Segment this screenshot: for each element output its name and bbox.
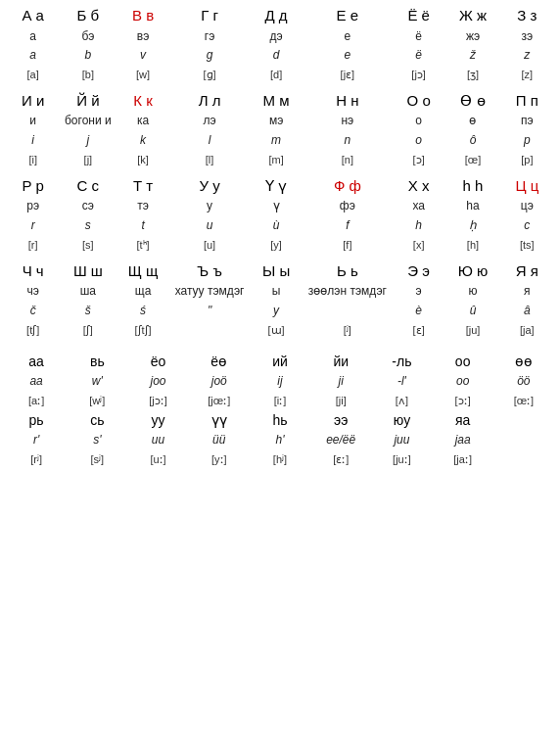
combo-ipa-cell	[493, 450, 554, 468]
combo-ipa-cell: [aː]	[6, 392, 67, 409]
letter-latin-cell: p	[500, 131, 554, 151]
letter-ipa-cell: [jɔ]	[392, 66, 445, 83]
letter-name-cell: зэ	[500, 27, 554, 47]
letter-ipa-cell: [y]	[249, 236, 303, 254]
letter-name-cell: богони и	[60, 112, 116, 131]
letter-latin-cell: a	[6, 46, 60, 66]
letter-cell: Р р	[6, 168, 60, 198]
combo-cell: hь	[250, 409, 310, 431]
letter-name-cell: э	[392, 282, 445, 302]
letter-latin-cell: t	[116, 216, 169, 236]
letter-name-cell: я	[500, 282, 554, 302]
letter-latin-cell: b	[60, 46, 116, 66]
combo-ipa-cell: [juː]	[371, 450, 432, 468]
letter-ipa-cell: [m]	[249, 151, 303, 168]
letter-ipa-cell: [ja]	[500, 321, 554, 339]
letter-latin-cell: è	[392, 302, 445, 321]
combo-cell: -ль	[371, 351, 432, 372]
letter-cell: С с	[60, 168, 116, 198]
letter-cell: Ү ү	[249, 168, 303, 198]
letter-latin-cell: z	[500, 46, 554, 66]
letter-name-cell: а	[6, 27, 60, 47]
combo-ipa-cell: [uː]	[127, 450, 188, 468]
combo-latin-cell: öö	[493, 372, 554, 392]
letter-latin-cell: u	[170, 216, 250, 236]
combo-ipa-cell: [wʲ]	[67, 392, 127, 409]
letter-cell: Ф ф	[303, 168, 392, 198]
letter-cell: Й й	[60, 83, 116, 113]
letter-cell: Л л	[170, 83, 250, 113]
combo-cell: йи	[310, 351, 371, 372]
combo-latin-cell: -l'	[371, 372, 432, 392]
letter-ipa-cell: [h]	[445, 236, 499, 254]
combo-cell: уу	[127, 409, 188, 431]
letter-latin-cell: i	[6, 131, 60, 151]
letter-cell: И и	[6, 83, 60, 113]
letter-name-cell: жэ	[445, 27, 499, 47]
letter-name-cell: фэ	[303, 197, 392, 216]
combo-ipa-cell: [iː]	[250, 392, 310, 409]
letter-cell: Ы ы	[249, 254, 303, 283]
letter-name-cell: вэ	[116, 27, 169, 47]
combo-cell: яа	[433, 409, 493, 431]
combo-ipa-cell: [jɔː]	[127, 392, 188, 409]
combo-ipa-cell: [jœː]	[189, 392, 250, 409]
combo-latin-cell: s'	[67, 431, 127, 450]
letter-ipa-cell: [ʃtʃ]	[116, 321, 169, 339]
combo-cell: юу	[371, 409, 432, 431]
combo-table: аавьёоёɵиййи-льооөөaaw'joojoöijji-l'ooöö…	[6, 351, 554, 468]
letter-ipa-cell: [n]	[303, 151, 392, 168]
letter-ipa-cell: [r]	[6, 236, 60, 254]
combo-ipa-cell: [œː]	[493, 392, 554, 409]
combo-cell	[493, 409, 554, 431]
letter-ipa-cell: [d]	[249, 66, 303, 83]
letter-name-cell: ha	[445, 197, 499, 216]
letter-cell: Г г	[170, 4, 250, 27]
letter-latin-cell	[303, 302, 392, 321]
letter-ipa-cell: [ʃ]	[60, 321, 116, 339]
letter-cell: Е е	[303, 4, 392, 27]
combo-ipa-cell: [sʲ]	[67, 450, 127, 468]
letter-cell: К к	[116, 83, 169, 113]
letter-cell: Д д	[249, 4, 303, 27]
letter-latin-cell: ž	[445, 46, 499, 66]
letter-name-cell: рэ	[6, 197, 60, 216]
letter-ipa-cell: [ɡ]	[170, 66, 250, 83]
letter-ipa-cell: [ju]	[445, 321, 499, 339]
letter-latin-cell: û	[445, 302, 499, 321]
combo-cell: үү	[189, 409, 250, 431]
letter-name-cell: ха	[392, 197, 445, 216]
letter-ipa-cell: [j]	[60, 151, 116, 168]
combo-latin-cell: juu	[371, 431, 432, 450]
letter-cell: З з	[500, 4, 554, 27]
letter-latin-cell: "	[170, 302, 250, 321]
letter-ipa-cell: [s]	[60, 236, 116, 254]
letter-latin-cell: c	[500, 216, 554, 236]
letter-ipa-cell: [jɛ]	[303, 66, 392, 83]
letter-name-cell: ща	[116, 282, 169, 302]
letter-latin-cell: l	[170, 131, 250, 151]
letter-ipa-cell: [ɛ]	[392, 321, 445, 339]
letter-cell: Ь ь	[303, 254, 392, 283]
combo-ipa-cell: [jaː]	[433, 450, 493, 468]
letter-ipa-cell: [b]	[60, 66, 116, 83]
letter-cell: В в	[116, 4, 169, 27]
letter-name-cell: гэ	[170, 27, 250, 47]
letter-name-cell: ɵ	[445, 112, 499, 131]
combo-latin-cell: oo	[433, 372, 493, 392]
letter-name-cell: цэ	[500, 197, 554, 216]
letter-ipa-cell	[170, 321, 250, 339]
combo-ipa-cell: [ji]	[310, 392, 371, 409]
letter-name-cell: хатуу тэмдэг	[170, 282, 250, 302]
letter-name-cell: бэ	[60, 27, 116, 47]
letter-cell: h h	[445, 168, 499, 198]
letter-ipa-cell: [p]	[500, 151, 554, 168]
combo-latin-cell	[493, 431, 554, 450]
combo-ipa-cell: [yː]	[189, 450, 250, 468]
letter-ipa-cell: [œ]	[445, 151, 499, 168]
combo-cell: оо	[433, 351, 493, 372]
combo-cell: ий	[250, 351, 310, 372]
letter-name-cell: е	[303, 27, 392, 47]
combo-cell: өө	[493, 351, 554, 372]
letter-cell: О о	[392, 83, 445, 113]
